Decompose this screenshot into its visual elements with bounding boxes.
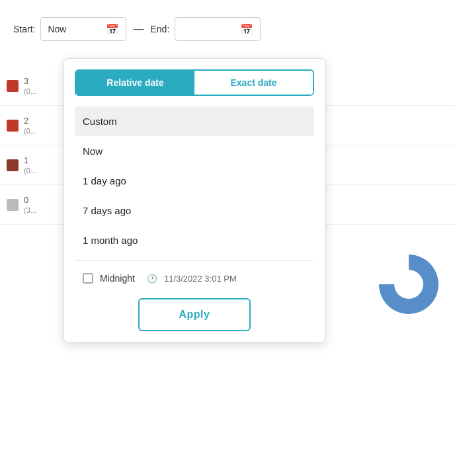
divider [75,260,314,261]
bg-dot-1 [7,80,19,92]
apply-btn-row: Apply [75,298,314,331]
bg-text-3: 1(0... [24,155,36,175]
start-value: Now [48,24,102,34]
list-item-1day[interactable]: 1 day ago [75,166,314,196]
bg-dot-2 [7,120,19,132]
start-calendar-icon[interactable]: 📅 [106,23,119,36]
tab-exact-date[interactable]: Exact date [194,71,313,95]
bg-text-4: 0(3... [24,195,36,215]
midnight-checkbox[interactable] [83,273,93,284]
header-bar: Start: Now 📅 — End: 📅 [0,12,455,46]
bg-text-2: 2(0... [24,116,36,136]
svg-point-0 [394,270,423,299]
list-item-1month[interactable]: 1 month ago [75,225,314,255]
list-item-7days[interactable]: 7 days ago [75,196,314,225]
separator: — [133,23,144,35]
bg-dot-3 [7,159,19,171]
list-item-now[interactable]: Now [75,136,314,166]
midnight-row: Midnight 🕐 11/3/2022 3:01 PM [75,266,314,290]
datetime-text: 11/3/2022 3:01 PM [164,274,237,284]
apply-button[interactable]: Apply [138,298,251,331]
end-calendar-icon[interactable]: 📅 [240,23,253,36]
tab-relative-date[interactable]: Relative date [76,71,194,95]
bg-dot-4 [7,199,19,211]
clock-icon: 🕐 [147,274,157,284]
midnight-label: Midnight [100,273,135,284]
tab-switcher: Relative date Exact date [75,69,314,96]
start-input-box[interactable]: Now 📅 [40,17,126,41]
end-label: End: [150,24,169,34]
background-donut [376,251,442,317]
dropdown-panel: Relative date Exact date Custom Now 1 da… [63,58,325,342]
start-label: Start: [13,24,35,34]
bg-text-1: 3(0... [24,76,36,96]
list-item-custom[interactable]: Custom [75,106,314,136]
end-input-box[interactable]: 📅 [175,17,261,41]
